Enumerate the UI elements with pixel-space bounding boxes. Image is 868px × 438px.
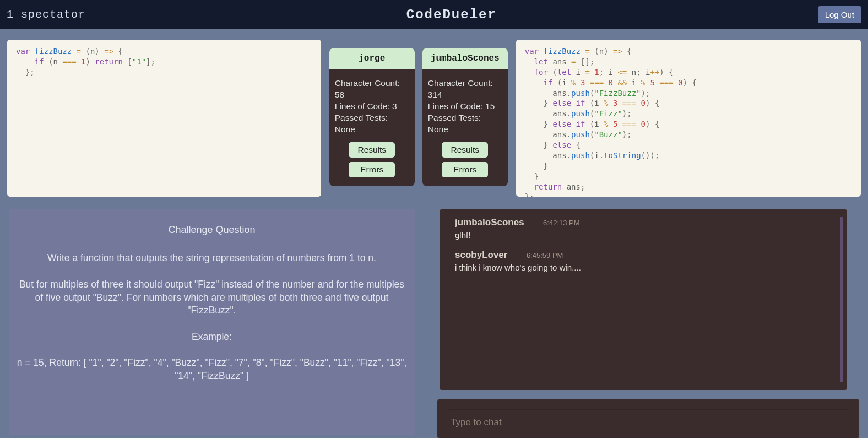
chat-time: 6:42:13 PM [543, 219, 580, 227]
chat-text: i think i know who's going to win.... [455, 263, 829, 272]
chat-input-wrap [437, 399, 859, 438]
chat-panel: jumbaloScones 6:42:13 PM glhf! scobyLove… [440, 209, 847, 390]
chat-message: jumbaloScones 6:42:13 PM glhf! [455, 217, 829, 240]
chat-input[interactable] [448, 409, 848, 435]
app-title: CodeDueler [406, 7, 497, 22]
errors-button[interactable]: Errors [349, 162, 395, 177]
player-stats: Character Count: 58 Lines of Code: 3 Pas… [329, 70, 415, 142]
challenge-text: Write a function that outputs the string… [14, 252, 409, 265]
player-stats: Character Count: 314 Lines of Code: 15 P… [422, 70, 508, 142]
chat-message: scobyLover 6:45:59 PM i think i know who… [455, 250, 829, 272]
player-buttons: Results Errors [329, 142, 415, 177]
spectator-count: 1 spectator [7, 8, 85, 21]
player-name: jorge [329, 48, 415, 70]
challenge-text: n = 15, Return: [ "1", "2", "Fizz", "4",… [14, 356, 409, 382]
challenge-panel: Challenge Question Write a function that… [9, 209, 415, 435]
players-wrap: jorge Character Count: 58 Lines of Code:… [329, 40, 508, 186]
challenge-text: Example: [14, 331, 409, 344]
bottom-row: Challenge Question Write a function that… [0, 197, 868, 438]
chat-username: scobyLover [455, 250, 507, 260]
player-card-jumbaloscones: jumbaloScones Character Count: 314 Lines… [422, 48, 508, 186]
challenge-text: But for multiples of three it should out… [14, 278, 409, 317]
player-card-jorge: jorge Character Count: 58 Lines of Code:… [329, 48, 415, 186]
challenge-title: Challenge Question [14, 223, 409, 236]
chat-username: jumbaloScones [455, 217, 524, 228]
chat-time: 6:45:59 PM [527, 251, 563, 259]
chat-text: glhf! [455, 230, 829, 240]
results-button[interactable]: Results [349, 142, 395, 158]
code-editor-left: var fizzBuzz = (n) => { if (n === 1) ret… [7, 40, 321, 197]
code-editor-right: var fizzBuzz = (n) => { let ans = []; fo… [516, 40, 861, 197]
top-row: var fizzBuzz = (n) => { if (n === 1) ret… [0, 29, 868, 197]
logout-button[interactable]: Log Out [818, 6, 861, 23]
player-name: jumbaloScones [422, 48, 508, 70]
chat-column: jumbaloScones 6:42:13 PM glhf! scobyLove… [440, 209, 859, 438]
chat-messages[interactable]: jumbaloScones 6:42:13 PM glhf! scobyLove… [455, 217, 843, 382]
header: 1 spectator CodeDueler Log Out [0, 0, 868, 29]
results-button[interactable]: Results [442, 142, 488, 158]
player-buttons: Results Errors [422, 142, 508, 177]
errors-button[interactable]: Errors [442, 162, 488, 177]
